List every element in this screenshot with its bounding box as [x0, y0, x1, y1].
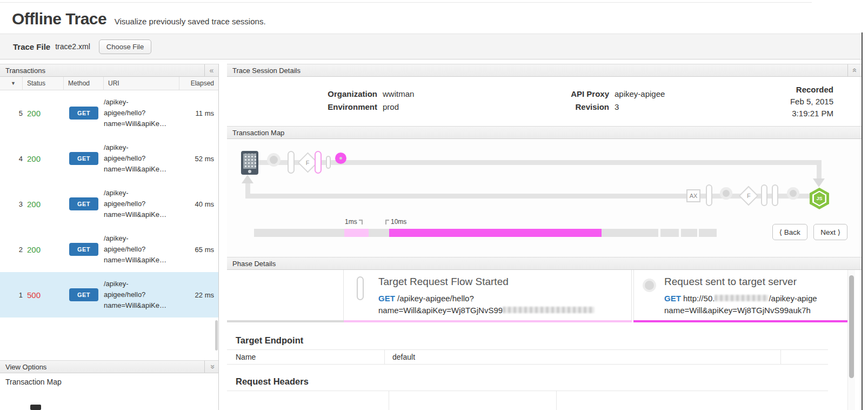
trace-session-panel: Trace Session Details « Organization wwi…: [227, 64, 862, 410]
collapse-left-icon[interactable]: «: [204, 64, 218, 76]
method-label: GET: [378, 294, 395, 303]
choose-file-button[interactable]: Choose File: [99, 39, 151, 54]
name-label: Name: [227, 350, 385, 364]
client-phone-icon[interactable]: [241, 151, 258, 175]
transaction-elapsed: 52 ms: [179, 155, 218, 163]
recorded-label: Recorded: [790, 84, 833, 96]
response-track-bend: [245, 183, 250, 199]
request-step-policy-icon[interactable]: [288, 151, 295, 174]
timeline-segment: [344, 229, 369, 237]
next-button[interactable]: Next ⟩: [813, 224, 847, 240]
timeline-segment: [389, 229, 602, 237]
status-code: 200: [23, 154, 64, 163]
organization-label: Organization: [319, 89, 377, 98]
view-option-transaction-map[interactable]: Transaction Map: [5, 378, 62, 386]
recorded-date: Feb 5, 2015: [790, 96, 833, 108]
timeline-marker-10ms: 10ms: [385, 218, 406, 226]
transaction-number: 1: [0, 291, 23, 299]
organization-value: wwitman: [383, 89, 414, 98]
transaction-uri: /apikey-apigee/hello?name=Will&apiKe…: [104, 279, 179, 311]
response-step-circle-icon[interactable]: [787, 187, 799, 200]
session-title: Trace Session Details: [232, 67, 301, 75]
session-info: Organization wwitman Environment prod AP…: [227, 77, 862, 126]
phase-card-target-request-flow[interactable]: Target Request Flow Started GET /apikey-…: [344, 270, 632, 322]
phase-request-line: GET http://50./apikey-apige name=Will&ap…: [664, 293, 817, 316]
session-header-band: Trace Session Details «: [227, 64, 862, 77]
response-step-policy-icon[interactable]: [706, 184, 712, 206]
get-badge: GET: [69, 197, 98, 210]
arrow-to-target-icon: [813, 178, 825, 187]
transaction-rows: 5200GET/apikey-apigee/hello?name=Will&ap…: [0, 90, 218, 318]
sort-descending-icon[interactable]: ▼: [0, 77, 23, 90]
collapse-down-icon[interactable]: «: [204, 361, 218, 373]
transaction-row[interactable]: 5200GET/apikey-apigee/hello?name=Will&ap…: [0, 90, 218, 136]
request-step-circle-icon[interactable]: [267, 153, 281, 167]
request-step-policy-small-icon[interactable]: [326, 156, 331, 169]
status-code: 200: [23, 245, 64, 254]
offline-trace-app: Offline Trace Visualize previously saved…: [0, 0, 868, 410]
get-badge: GET: [69, 243, 98, 256]
page-header: Offline Trace Visualize previously saved…: [12, 10, 266, 28]
method-badge-cell: GET: [64, 288, 104, 301]
get-badge: GET: [69, 152, 98, 165]
column-method: Method: [64, 77, 104, 90]
detail-scrollbar: [847, 270, 855, 410]
column-uri: URI: [104, 77, 179, 90]
transaction-number: 2: [0, 246, 23, 254]
transaction-map-title: Transaction Map: [232, 129, 284, 137]
revision-value: 3: [615, 102, 619, 111]
selected-step-ring-icon[interactable]: [335, 153, 346, 164]
phase-strip: Target Request Flow Started GET /apikey-…: [227, 270, 854, 322]
phase-details-band: Phase Details: [227, 257, 862, 270]
request-step-policy-active-icon[interactable]: [315, 151, 322, 174]
transaction-row[interactable]: 3200GET/apikey-apigee/hello?name=Will&ap…: [0, 181, 218, 227]
transactions-header-band: Transactions «: [0, 64, 218, 77]
transaction-row[interactable]: 4200GET/apikey-apigee/hello?name=Will&ap…: [0, 136, 218, 181]
response-flow-diamond-icon[interactable]: F: [739, 186, 759, 206]
timeline-segment: [699, 229, 717, 237]
detail-scrollbar-thumb[interactable]: [849, 275, 854, 378]
view-options-title: View Options: [5, 363, 46, 371]
nodejs-target-icon[interactable]: JS: [810, 188, 829, 209]
transaction-uri: /apikey-apigee/hello?name=Will&apiKe…: [104, 188, 179, 220]
transaction-map-band: Transaction Map: [227, 126, 862, 139]
response-step-policy-icon[interactable]: [772, 184, 778, 206]
environment-value: prod: [383, 102, 399, 111]
session-group-middle: API Proxy apikey-apigee Revision 3: [547, 89, 665, 115]
session-group-left: Organization wwitman Environment prod: [319, 89, 414, 115]
table-row: Name default: [227, 349, 828, 365]
phase-title: Request sent to target server: [664, 276, 797, 288]
timeline-segment: [602, 229, 658, 237]
phase-card-request-sent[interactable]: Request sent to target server GET http:/…: [633, 270, 854, 322]
phase-cell-empty: [227, 270, 344, 322]
method-badge-cell: GET: [64, 243, 104, 256]
table-row: [227, 391, 828, 410]
back-button[interactable]: ⟨ Back: [772, 224, 807, 240]
response-step-policy-icon[interactable]: [761, 184, 767, 206]
transaction-uri: /apikey-apigee/hello?name=Will&apiKe…: [104, 233, 179, 266]
response-step-circle-icon[interactable]: [720, 187, 732, 200]
transaction-row[interactable]: 1500GET/apikey-apigee/hello?name=Will&ap…: [0, 272, 218, 318]
analytics-step-icon[interactable]: AX: [686, 189, 700, 202]
api-proxy-value: apikey-apigee: [615, 89, 665, 98]
collapse-up-icon[interactable]: «: [847, 64, 862, 76]
transaction-elapsed: 65 ms: [179, 246, 218, 254]
transactions-title: Transactions: [5, 67, 45, 75]
phase-detail-tables: Target Endpoint Name default Request Hea…: [227, 322, 847, 410]
left-scrollbar-thumb[interactable]: [215, 320, 218, 351]
timeline-segment: [681, 229, 697, 237]
phase-circle-icon: [643, 279, 656, 292]
method-badge-cell: GET: [64, 107, 104, 120]
status-code: 200: [23, 109, 64, 118]
transaction-elapsed: 22 ms: [179, 291, 218, 299]
timeline-bar[interactable]: [254, 229, 717, 237]
timeline-segment: [369, 229, 389, 237]
method-badge-cell: GET: [64, 197, 104, 210]
transaction-row[interactable]: 2200GET/apikey-apigee/hello?name=Will&ap…: [0, 227, 218, 272]
transactions-panel: Transactions « ▼ Status Method URI Elaps…: [0, 64, 219, 410]
transaction-map-area: F AX F JS 1ms 10ms: [227, 139, 862, 257]
transaction-uri: /apikey-apigee/hello?name=Will&apiKe…: [104, 97, 179, 129]
phase-request-line: GET /apikey-apigee/hello? name=Will&apiK…: [378, 293, 595, 316]
method-badge-cell: GET: [64, 152, 104, 165]
environment-label: Environment: [319, 102, 377, 111]
